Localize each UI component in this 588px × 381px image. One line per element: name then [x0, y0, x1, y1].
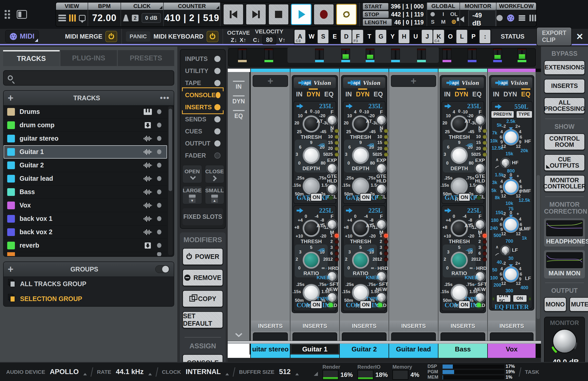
tab-tracks[interactable]: TRACKS — [3, 50, 60, 66]
track-row[interactable]: Vox — [4, 199, 167, 212]
strip-tab-eq[interactable]: EQ — [521, 90, 530, 98]
add-group-button[interactable]: + — [8, 265, 13, 273]
rack-section-dot[interactable] — [214, 104, 220, 110]
panic-button[interactable]: PANIC — [126, 31, 150, 42]
inserts-header[interactable]: INSERTS — [340, 321, 388, 331]
show-cue-outputs-button[interactable]: CUE OUTPUTS — [544, 154, 585, 171]
knob-cap[interactable] — [304, 286, 318, 300]
close-icon[interactable]: ✕ — [576, 32, 585, 41]
counter-header[interactable]: COUNTER — [164, 3, 220, 10]
knob-cap[interactable] — [304, 148, 318, 162]
knob-cap[interactable] — [304, 253, 318, 267]
velocity-up-key[interactable]: V↑ — [279, 37, 286, 43]
track-name-cell[interactable]: Guitar 1 — [290, 344, 339, 355]
midi-key-F[interactable]: FF3 — [352, 30, 363, 43]
show-monitor-controller-button[interactable]: MONITOR CONTROLLER — [544, 175, 585, 192]
track-monitor-dot[interactable] — [157, 149, 161, 154]
inserts-header[interactable]: INSERTS — [488, 321, 535, 331]
bypass-extensions-button[interactable]: EXTENSIONS — [544, 60, 585, 75]
tab-presets[interactable]: PRESETS — [118, 50, 174, 66]
comp-knee-toggle[interactable]: HRDSFTKNEE — [375, 266, 388, 287]
toggle-switch[interactable] — [328, 116, 336, 124]
knob-cap[interactable] — [354, 253, 368, 267]
loop-button[interactable] — [336, 4, 357, 25]
expand-perf-icon[interactable] — [314, 372, 318, 376]
track-name-cell[interactable]: uitar stereo — [251, 344, 290, 355]
click-header[interactable]: CLICK — [121, 3, 163, 10]
knob-cap[interactable] — [304, 117, 318, 131]
toggle-switch[interactable] — [476, 116, 484, 124]
comp-threshold-knob[interactable]: +10+8+40-4-8-12-20THRESH — [296, 213, 327, 244]
track-row[interactable]: Drums — [4, 105, 167, 119]
track-row[interactable]: guitar stereo — [4, 132, 167, 145]
insert-slot-stub[interactable] — [391, 332, 436, 341]
clock-value[interactable]: INTERNAL — [186, 368, 221, 376]
global-record-dot[interactable] — [430, 12, 435, 16]
range-value[interactable]: 46 | 0 | 119 — [394, 19, 424, 26]
column-view-icon[interactable] — [69, 14, 76, 22]
toggle-switch[interactable] — [328, 164, 336, 173]
midi-key-A[interactable]: AC3 — [295, 30, 305, 43]
api-vision-plugin-button[interactable]: api Vision — [343, 77, 385, 89]
rack-section-dot[interactable] — [214, 56, 220, 62]
insert-slot-stub[interactable] — [292, 332, 337, 341]
track-monitor-dot[interactable] — [157, 136, 161, 141]
midi-key-S[interactable]: S — [318, 30, 328, 43]
toggle-switch[interactable] — [377, 116, 386, 124]
midi-key-W[interactable]: W — [306, 30, 317, 43]
track-name-cell[interactable]: Guitar 2 — [340, 344, 389, 355]
mono-button[interactable]: MONO — [544, 297, 566, 312]
eq-hmf-band-knob[interactable]: 8001.5k3k5k8k10k12.5k0-246912+46912HMF — [492, 169, 531, 206]
rail-dyn-tab[interactable]: DYN — [232, 95, 245, 105]
midi-key-L[interactable]: L — [456, 30, 467, 43]
list-view-icon[interactable] — [58, 15, 66, 21]
gate-threshold-knob[interactable]: 25201040-10-20-30-45THRESH — [444, 109, 475, 140]
app-grip-icon[interactable] — [5, 10, 10, 19]
track-monitor-dot[interactable] — [157, 176, 161, 181]
inserts-header[interactable]: INSERTS — [389, 321, 438, 331]
toggle-switch[interactable] — [377, 185, 386, 193]
rack-section-dot[interactable] — [214, 128, 220, 134]
show-control-room-button[interactable]: CONTROL ROOM — [544, 133, 585, 150]
rack-section-cues[interactable]: CUES — [182, 125, 223, 137]
record-button[interactable] — [314, 4, 334, 25]
rail-in-tab[interactable]: IN — [233, 81, 245, 90]
fixed-slots-button[interactable]: FIXED SLOTS — [182, 208, 223, 225]
midi-key-J[interactable]: J — [422, 30, 433, 43]
add-track-button[interactable]: + — [8, 94, 13, 102]
comp-on-button[interactable]: ON — [360, 301, 372, 309]
modifier-power-button[interactable]: POWER — [182, 248, 223, 265]
toggle-switch[interactable] — [502, 159, 509, 167]
workflow-record-icon[interactable] — [497, 15, 503, 21]
gate-on-button[interactable]: ON — [458, 193, 470, 201]
gate-threshold-knob[interactable]: 25201040-10-20-30-45THRESH — [345, 109, 376, 140]
strip-tab-in[interactable]: IN — [493, 90, 499, 98]
collapse-inserts-button[interactable] — [235, 329, 242, 341]
toggle-switch[interactable] — [328, 185, 336, 193]
counter-value[interactable]: 410 | 2 | 519 — [164, 13, 219, 23]
sidebar-toggle-icon[interactable] — [17, 10, 27, 19]
click-level-button[interactable]: 0 dB — [142, 13, 161, 23]
midi-key-Y[interactable]: Y — [387, 30, 398, 43]
velocity-value[interactable]: 80 — [262, 35, 276, 44]
rack-section-sends[interactable]: SENDS — [182, 113, 223, 125]
open-all-button[interactable]: OPEN — [182, 165, 202, 183]
group-row[interactable]: ALL TRACKS GROUP — [4, 276, 174, 291]
global-solo-label[interactable]: S — [431, 19, 435, 25]
global-overload-label[interactable]: OL — [450, 11, 458, 17]
main-monitor-correction-tile[interactable]: MAIN MON — [544, 250, 585, 278]
strip-tab-eq[interactable]: EQ — [324, 90, 334, 98]
range-label[interactable]: START — [363, 3, 388, 10]
toggle-switch[interactable] — [377, 220, 386, 229]
eq-hf-shelf-toggle[interactable]: ∧ HF — [492, 157, 531, 169]
audio-device-value[interactable]: APOLLO — [50, 368, 79, 376]
midi-key-O[interactable]: O — [445, 30, 456, 43]
track-name-cell[interactable]: Guitar lead — [389, 344, 438, 355]
large-view-button[interactable]: LARGE▼ — [182, 186, 202, 204]
rack-section-fader[interactable]: FADER — [182, 149, 223, 161]
click-count-badge[interactable]: 2 — [132, 15, 139, 21]
range-value[interactable]: 442 | 1 | 119 — [391, 11, 424, 18]
octave-up-key[interactable]: X↑ — [240, 37, 246, 43]
eq-band-knob-cap[interactable] — [503, 179, 518, 194]
track-row[interactable]: reverb — [4, 239, 167, 252]
